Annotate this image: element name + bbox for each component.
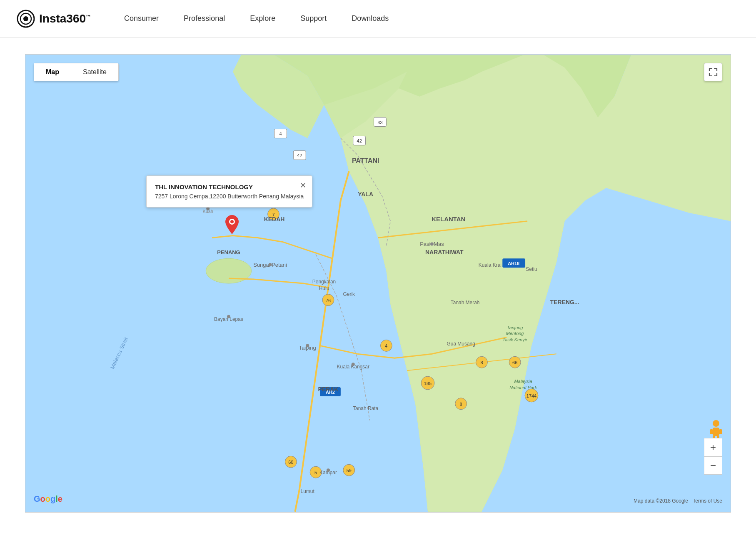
svg-point-77 bbox=[327, 468, 330, 472]
svg-text:42: 42 bbox=[297, 153, 302, 158]
svg-text:76: 76 bbox=[326, 298, 331, 303]
nav-item-professional[interactable]: Professional bbox=[184, 14, 225, 23]
svg-text:5: 5 bbox=[314, 470, 317, 475]
popup-address: 7257 Lorong Cempa,12200 Butterworth Pena… bbox=[155, 193, 304, 200]
svg-text:59: 59 bbox=[347, 468, 352, 473]
logo-area: Insta360™ bbox=[17, 10, 91, 28]
nav-item-consumer[interactable]: Consumer bbox=[124, 14, 159, 23]
svg-point-78 bbox=[227, 315, 230, 318]
logo-text: Insta360™ bbox=[39, 12, 91, 25]
header: Insta360™ Consumer Professional Explore … bbox=[0, 0, 756, 38]
satellite-toggle-button[interactable]: Satellite bbox=[71, 63, 118, 81]
svg-text:PATTANI: PATTANI bbox=[352, 157, 379, 164]
svg-point-2 bbox=[23, 16, 28, 21]
logo-icon bbox=[17, 10, 35, 28]
svg-point-81 bbox=[713, 420, 719, 427]
svg-text:Tanjung: Tanjung bbox=[507, 325, 523, 330]
svg-text:KELANTAN: KELANTAN bbox=[432, 215, 465, 223]
popup-title: THL INNOVATION TECHNOLOGY bbox=[155, 183, 304, 190]
svg-text:National Park: National Park bbox=[509, 385, 537, 390]
map-attribution: Map data ©2018 Google Terms of Use bbox=[634, 498, 722, 504]
map-background: 4 42 42 43 AH18 AH2 76 4 8 66 185 8 1744… bbox=[25, 55, 731, 512]
svg-text:Hulu: Hulu bbox=[319, 285, 329, 291]
svg-rect-85 bbox=[710, 429, 713, 434]
svg-text:4: 4 bbox=[279, 131, 282, 136]
map-pin[interactable] bbox=[225, 215, 239, 234]
svg-text:66: 66 bbox=[512, 360, 517, 365]
svg-rect-82 bbox=[713, 428, 719, 436]
svg-text:Tanah Merah: Tanah Merah bbox=[451, 300, 480, 305]
svg-text:42: 42 bbox=[357, 138, 362, 143]
svg-text:PERAK: PERAK bbox=[318, 386, 339, 393]
zoom-in-button[interactable]: + bbox=[704, 438, 722, 456]
svg-text:Kuala Krai: Kuala Krai bbox=[479, 262, 502, 268]
map-toggle: Map Satellite bbox=[34, 63, 119, 81]
svg-text:TERENG...: TERENG... bbox=[550, 299, 579, 305]
logo-tm: ™ bbox=[86, 13, 91, 19]
info-popup: THL INNOVATION TECHNOLOGY 7257 Lorong Ce… bbox=[146, 175, 312, 208]
fullscreen-button[interactable] bbox=[704, 63, 722, 81]
map-data-text: Map data ©2018 Google bbox=[634, 498, 688, 504]
main-nav: Consumer Professional Explore Support Do… bbox=[124, 14, 389, 23]
google-letter-e: e bbox=[58, 494, 62, 503]
svg-point-72 bbox=[269, 263, 272, 266]
google-letter-o2: o bbox=[45, 494, 50, 503]
svg-text:AH18: AH18 bbox=[508, 261, 519, 266]
svg-text:PENANG: PENANG bbox=[217, 249, 240, 255]
google-letter-g1: G bbox=[34, 494, 40, 503]
google-watermark: Google bbox=[34, 494, 62, 504]
google-letter-o1: o bbox=[40, 494, 45, 503]
svg-point-74 bbox=[352, 363, 355, 366]
svg-point-73 bbox=[306, 344, 309, 347]
svg-text:8: 8 bbox=[460, 402, 462, 407]
svg-point-4 bbox=[206, 258, 252, 283]
zoom-out-button[interactable]: − bbox=[704, 456, 722, 475]
svg-text:Gua Musang: Gua Musang bbox=[447, 341, 475, 347]
google-letter-g2: g bbox=[50, 494, 55, 503]
nav-item-support[interactable]: Support bbox=[300, 14, 327, 23]
svg-text:NARATHIWAT: NARATHIWAT bbox=[425, 249, 464, 255]
svg-text:185: 185 bbox=[424, 381, 432, 386]
svg-text:4: 4 bbox=[385, 343, 387, 348]
svg-text:Malaysia: Malaysia bbox=[514, 379, 532, 384]
svg-text:Setiu: Setiu bbox=[526, 266, 537, 272]
nav-item-explore[interactable]: Explore bbox=[250, 14, 275, 23]
svg-point-80 bbox=[230, 220, 234, 223]
nav-item-downloads[interactable]: Downloads bbox=[352, 14, 389, 23]
svg-text:60: 60 bbox=[288, 460, 293, 465]
svg-text:YALA: YALA bbox=[358, 191, 373, 198]
svg-text:KEDAH: KEDAH bbox=[264, 216, 285, 223]
map-container[interactable]: 4 42 42 43 AH18 AH2 76 4 8 66 185 8 1744… bbox=[25, 54, 731, 513]
fullscreen-icon bbox=[709, 68, 718, 77]
svg-point-75 bbox=[430, 242, 434, 245]
pin-icon bbox=[225, 215, 239, 234]
svg-text:Tanah Rata: Tanah Rata bbox=[353, 405, 378, 411]
map-toggle-button[interactable]: Map bbox=[34, 63, 71, 81]
svg-text:Gerik: Gerik bbox=[343, 291, 355, 297]
svg-rect-86 bbox=[719, 429, 722, 434]
svg-text:Lumut: Lumut bbox=[301, 488, 315, 494]
svg-text:43: 43 bbox=[377, 120, 382, 125]
popup-close-button[interactable]: ✕ bbox=[300, 182, 306, 189]
svg-text:Pengkalan: Pengkalan bbox=[312, 279, 336, 285]
svg-text:Mentong: Mentong bbox=[506, 331, 524, 336]
svg-text:Tasik Kenyir: Tasik Kenyir bbox=[503, 337, 528, 342]
svg-text:1744: 1744 bbox=[526, 393, 536, 398]
svg-text:8: 8 bbox=[480, 360, 483, 365]
terms-of-use-link[interactable]: Terms of Use bbox=[693, 498, 722, 504]
zoom-controls: + − bbox=[704, 438, 722, 475]
